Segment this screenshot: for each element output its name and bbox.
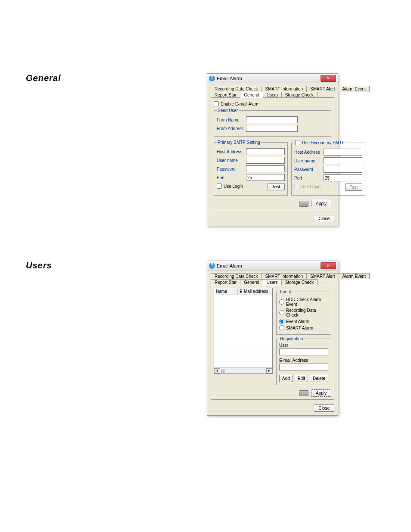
titlebar: Email Alarm ✕ (207, 74, 338, 83)
keyboard-icon[interactable] (299, 390, 308, 396)
tab-users[interactable]: Users (263, 92, 282, 98)
primary-user-label: User name (217, 158, 244, 163)
primary-smtp-group: Primary SMTP Setting Host Address User n… (214, 140, 288, 196)
tab-recording-data-check[interactable]: Recording Data Check (211, 86, 262, 92)
from-address-input[interactable] (246, 125, 298, 132)
reg-email-input[interactable] (279, 364, 328, 370)
event-smart-alarm-radio[interactable] (279, 325, 284, 330)
use-secondary-smtp-checkbox[interactable]: Use Secondary SMTP (295, 140, 345, 145)
close-button[interactable]: Close (314, 404, 334, 412)
registration-group: Registration User E-mail Address Add Edi… (276, 336, 331, 385)
event-recording-label: Recording Data Check (286, 308, 328, 317)
from-name-label: From Name (217, 118, 244, 122)
tab-users[interactable]: Users (263, 279, 282, 286)
primary-use-login-checkbox[interactable]: Use Login (217, 184, 243, 189)
enable-email-alarm-label: Enable E-mail Alarm (221, 102, 260, 106)
secondary-test-button: Test (345, 184, 362, 191)
event-hdd-check-radio[interactable] (279, 299, 284, 305)
email-alarm-dialog-users: Email Alarm ✕ Recording Data Check SMART… (207, 261, 338, 416)
primary-user-input[interactable] (246, 157, 285, 164)
users-table-col-name[interactable]: Name (214, 288, 238, 295)
close-icon[interactable]: ✕ (321, 75, 336, 82)
horizontal-scrollbar[interactable]: ◂ ▸ (214, 367, 272, 373)
tab-smart-information[interactable]: SMART Information (262, 86, 307, 92)
apply-button[interactable]: Apply (311, 389, 331, 397)
primary-test-button[interactable]: Test (268, 183, 285, 190)
enable-email-alarm-input[interactable] (214, 101, 219, 106)
secondary-user-label: User name (294, 159, 322, 163)
tab-report-star[interactable]: Report Star (211, 279, 240, 285)
primary-pass-input[interactable] (246, 165, 285, 172)
secondary-host-input[interactable] (324, 149, 362, 156)
primary-pass-label: Password (217, 167, 244, 171)
event-event-alarm-label: Event Alarm (286, 319, 309, 324)
tab-recording-data-check[interactable]: Recording Data Check (211, 273, 262, 279)
close-icon[interactable]: ✕ (321, 262, 336, 269)
dialog-title: Email Alarm (217, 263, 242, 268)
primary-host-label: Host Address (217, 149, 244, 154)
registration-legend: Registration (279, 336, 304, 341)
close-button[interactable]: Close (314, 215, 334, 222)
event-group: Event HDD Check Alarm Event Recording Da… (276, 289, 331, 335)
tab-alarm-event[interactable]: Alarm Event (339, 86, 370, 92)
event-smart-alarm[interactable]: SMART Alarm (279, 325, 328, 330)
event-recording-data-check[interactable]: Recording Data Check (279, 308, 328, 317)
help-icon (209, 75, 215, 81)
help-icon (209, 263, 215, 269)
tab-general[interactable]: General (240, 279, 263, 285)
delete-button[interactable]: Delete (310, 375, 328, 382)
tab-smart-information[interactable]: SMART Information (262, 273, 307, 279)
send-user-legend: Send User (217, 108, 239, 113)
secondary-use-login-label: Use Login (301, 184, 321, 189)
event-recording-radio[interactable] (279, 310, 284, 315)
tab-storage-check[interactable]: Storage Check (281, 92, 318, 98)
reg-user-input[interactable] (279, 348, 328, 355)
users-table-col-email[interactable]: E-Mail address (238, 288, 272, 295)
event-event-alarm-radio[interactable] (279, 319, 284, 324)
primary-use-login-input[interactable] (217, 184, 222, 189)
enable-email-alarm-checkbox[interactable]: Enable E-mail Alarm (214, 101, 331, 106)
primary-smtp-legend: Primary SMTP Setting (217, 140, 261, 145)
tab-general[interactable]: General (240, 92, 263, 98)
apply-button[interactable]: Apply (311, 200, 331, 207)
keyboard-icon[interactable] (299, 201, 308, 207)
secondary-pass-input[interactable] (324, 166, 362, 173)
use-secondary-smtp-label: Use Secondary SMTP (302, 140, 345, 145)
primary-use-login-label: Use Login (224, 184, 243, 189)
scroll-left-icon[interactable]: ◂ (214, 368, 220, 373)
event-legend: Event (279, 289, 292, 294)
add-button[interactable]: Add (279, 375, 293, 382)
secondary-user-input[interactable] (324, 157, 362, 164)
from-name-input[interactable] (246, 116, 298, 123)
from-address-label: From Address (217, 126, 244, 131)
send-user-group: Send User From Name From Address (214, 108, 331, 137)
scroll-right-icon[interactable]: ▸ (266, 368, 272, 373)
tab-storage-check[interactable]: Storage Check (281, 279, 318, 285)
secondary-smtp-group: Use Secondary SMTP Host Address User nam… (291, 140, 365, 196)
event-hdd-check[interactable]: HDD Check Alarm Event (279, 297, 328, 307)
use-secondary-smtp-input[interactable] (295, 140, 300, 145)
scroll-thumb[interactable] (221, 369, 225, 373)
email-alarm-dialog-general: Email Alarm ✕ Recording Data Check SMART… (207, 73, 338, 226)
secondary-smtp-legend: Use Secondary SMTP (294, 140, 346, 145)
tab-smart-alert[interactable]: SMART Alert (306, 273, 339, 279)
tab-report-star[interactable]: Report Star (211, 92, 240, 98)
secondary-pass-label: Password (294, 167, 322, 172)
primary-port-input[interactable] (246, 174, 285, 181)
users-table-body (214, 295, 272, 367)
tab-smart-alert[interactable]: SMART Alert (306, 86, 339, 92)
section-general-title: General (26, 73, 207, 83)
reg-user-label: User (279, 343, 328, 348)
edit-button[interactable]: Edit (295, 375, 308, 382)
reg-email-label: E-mail Address (279, 358, 328, 363)
event-event-alarm[interactable]: Event Alarm (279, 319, 328, 324)
tab-alarm-event[interactable]: Alarm Event (339, 273, 370, 279)
titlebar: Email Alarm ✕ (207, 261, 338, 271)
dialog-title: Email Alarm (217, 76, 242, 81)
users-table[interactable]: Name E-Mail address ◂ (214, 288, 273, 374)
primary-host-input[interactable] (246, 148, 285, 155)
secondary-use-login-checkbox: Use Login (294, 184, 321, 189)
secondary-host-label: Host Address (294, 150, 322, 155)
secondary-port-input[interactable] (324, 174, 362, 181)
secondary-use-login-input (294, 184, 299, 189)
